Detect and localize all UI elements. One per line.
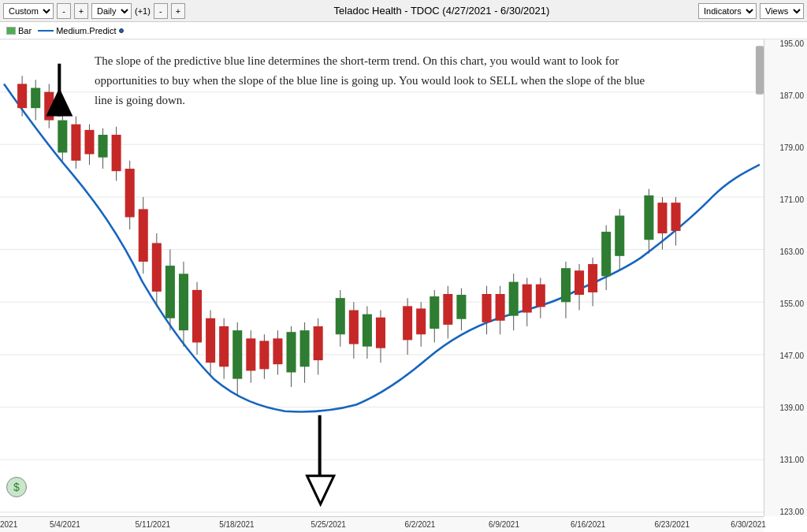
svg-rect-55 <box>314 326 323 360</box>
svg-rect-95 <box>644 195 653 240</box>
svg-rect-17 <box>58 121 67 153</box>
chart-area: The slope of the predictive blue line de… <box>0 39 807 516</box>
price-label: 155.00 <box>768 299 804 308</box>
chart-type-select[interactable]: Custom <box>3 3 54 19</box>
x-axis-label: 4/27/2021 <box>0 520 17 529</box>
x-axis-label: 6/16/2021 <box>571 520 606 529</box>
svg-rect-31 <box>152 243 162 292</box>
svg-rect-27 <box>125 169 135 218</box>
svg-rect-59 <box>349 311 359 344</box>
svg-rect-75 <box>482 294 492 322</box>
bar-legend-label: Bar <box>18 26 32 35</box>
svg-rect-104 <box>318 415 322 476</box>
chart-main[interactable]: The slope of the predictive blue line de… <box>0 39 764 516</box>
svg-rect-11 <box>17 84 27 108</box>
decrement-button[interactable]: - <box>57 3 71 19</box>
svg-rect-23 <box>99 135 108 158</box>
line-legend-label: Medium.Predict <box>56 26 116 35</box>
svg-rect-43 <box>232 330 242 379</box>
svg-rect-35 <box>179 273 188 330</box>
x-axis-label: 5/18/2021 <box>219 520 255 529</box>
svg-rect-45 <box>246 338 255 370</box>
line-legend-icon <box>38 30 54 32</box>
svg-rect-21 <box>84 130 94 154</box>
svg-rect-87 <box>575 270 584 295</box>
svg-rect-81 <box>523 285 532 313</box>
price-label: 171.00 <box>768 195 804 204</box>
price-label: 147.00 <box>768 352 804 360</box>
price-label: 187.00 <box>768 91 804 100</box>
price-axis: 195.00187.00179.00171.00163.00155.00147.… <box>764 39 807 516</box>
svg-rect-49 <box>273 338 282 364</box>
svg-rect-77 <box>496 294 505 321</box>
line-legend-item: Medium.Predict <box>38 26 123 35</box>
svg-rect-79 <box>509 282 519 316</box>
svg-rect-47 <box>259 340 269 369</box>
x-axis-label: 6/23/2021 <box>654 520 690 529</box>
increment-label: (+1) <box>135 6 151 16</box>
period-select[interactable]: Daily <box>91 3 132 19</box>
bar-legend-item: Bar <box>6 26 32 35</box>
price-label: 131.00 <box>768 456 804 464</box>
svg-rect-57 <box>336 298 345 334</box>
svg-rect-61 <box>363 314 372 347</box>
legend: Bar Medium.Predict <box>0 22 807 39</box>
svg-rect-71 <box>443 294 452 325</box>
line-legend-dot <box>119 28 124 33</box>
price-label: 179.00 <box>768 143 804 152</box>
dollar-symbol: $ <box>13 481 20 493</box>
x-axis-label: 6/9/2021 <box>489 520 519 529</box>
x-axis-label: 6/30/2021 <box>731 520 766 529</box>
svg-rect-37 <box>192 290 202 343</box>
increment-button[interactable]: + <box>74 3 88 19</box>
svg-rect-100 <box>756 46 764 95</box>
price-label: 123.00 <box>768 508 804 516</box>
views-select[interactable]: Views <box>760 3 804 19</box>
svg-rect-19 <box>71 125 80 161</box>
svg-rect-93 <box>615 216 624 256</box>
minus2-button[interactable]: - <box>154 3 168 19</box>
svg-rect-102 <box>58 64 61 117</box>
price-label: 139.00 <box>768 404 804 412</box>
indicators-select[interactable]: Indicators <box>698 3 757 19</box>
dollar-icon[interactable]: $ <box>6 477 27 497</box>
svg-rect-39 <box>206 318 215 363</box>
svg-rect-73 <box>456 295 466 319</box>
svg-rect-53 <box>300 330 310 366</box>
svg-rect-51 <box>287 332 296 372</box>
svg-rect-99 <box>671 203 681 231</box>
svg-rect-67 <box>416 308 426 334</box>
svg-rect-91 <box>601 232 611 276</box>
svg-rect-25 <box>112 135 121 171</box>
chart-title: Teladoc Health - TDOC (4/27/2021 - 6/30/… <box>188 5 695 17</box>
chart-wrapper: Bar Medium.Predict <box>0 22 807 532</box>
svg-rect-63 <box>376 318 385 348</box>
bar-legend-icon <box>6 27 16 35</box>
svg-rect-29 <box>139 209 148 262</box>
price-label: 195.00 <box>768 39 804 48</box>
toolbar: Custom - + Daily (+1) - + Teladoc Health… <box>0 0 807 22</box>
x-axis-label: 5/4/2021 <box>50 520 80 529</box>
svg-rect-41 <box>219 326 229 366</box>
plus2-button[interactable]: + <box>171 3 185 19</box>
x-axis-label: 5/25/2021 <box>311 520 346 529</box>
svg-rect-65 <box>403 306 412 340</box>
svg-rect-89 <box>588 264 597 292</box>
x-axis: 4/27/20215/4/20215/11/20215/18/20215/25/… <box>0 516 764 532</box>
svg-marker-103 <box>307 476 334 504</box>
chart-svg <box>0 39 764 516</box>
x-axis-label: 5/11/2021 <box>136 520 171 529</box>
price-label: 163.00 <box>768 247 804 256</box>
svg-rect-97 <box>657 203 667 233</box>
svg-rect-69 <box>430 296 439 329</box>
svg-rect-13 <box>31 88 40 109</box>
x-axis-label: 6/2/2021 <box>404 520 435 529</box>
svg-rect-33 <box>165 266 175 318</box>
svg-rect-83 <box>536 285 545 307</box>
svg-rect-85 <box>561 268 571 302</box>
